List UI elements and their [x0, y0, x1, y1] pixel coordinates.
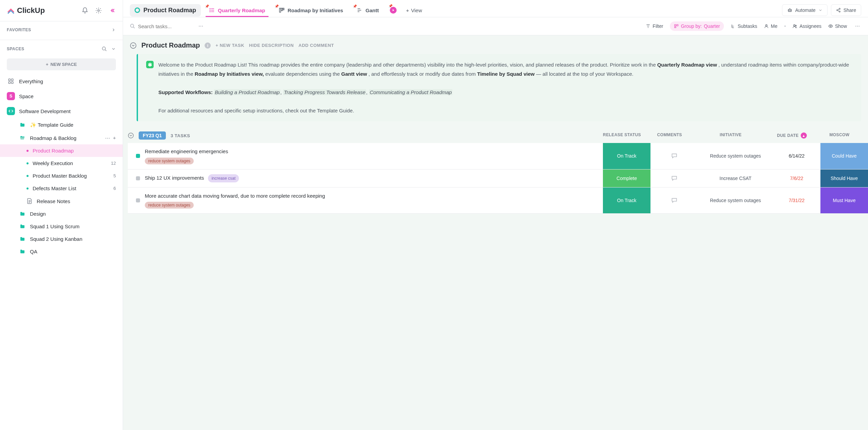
- workflow-link[interactable]: Tracking Progress Towards Release: [283, 89, 366, 95]
- new-space-button[interactable]: + NEW SPACE: [7, 58, 116, 70]
- search-icon[interactable]: [102, 46, 107, 52]
- list-description: ✱ Welcome to the Product Roadmap List! T…: [137, 54, 861, 121]
- sidebar-header: ClickUp: [0, 0, 123, 21]
- cell-due-date[interactable]: 7/6/22: [773, 169, 820, 187]
- sidebar-item-software-development[interactable]: Software Development: [0, 104, 123, 119]
- task-tag[interactable]: reduce system outages: [145, 158, 194, 164]
- group-badge[interactable]: FY23 Q1: [139, 131, 166, 140]
- bell-icon[interactable]: [81, 7, 89, 14]
- folder-squad2[interactable]: Squad 2 Using Kanban: [0, 233, 123, 245]
- list-product-roadmap[interactable]: Product Roadmap: [0, 144, 123, 157]
- more-icon[interactable]: ⋯: [197, 22, 205, 30]
- pin-icon: 📌: [388, 4, 393, 8]
- status-square-icon[interactable]: [136, 154, 140, 158]
- workflow-link[interactable]: Building a Product Roadmap: [214, 89, 280, 95]
- favorites-section-header[interactable]: FAVORITES: [0, 21, 123, 40]
- gear-icon[interactable]: [95, 7, 102, 14]
- more-icon[interactable]: ⋯: [854, 22, 861, 30]
- svg-point-6: [210, 8, 210, 9]
- cell-comments[interactable]: [650, 143, 698, 169]
- tab-roadmap-initiatives[interactable]: 📌 Roadmap by Initiatives: [273, 4, 348, 17]
- cell-moscow[interactable]: Could Have: [820, 143, 868, 169]
- search-input[interactable]: [138, 23, 192, 29]
- task-tag[interactable]: increase csat: [208, 174, 239, 182]
- more-icon[interactable]: ⋯: [105, 135, 110, 141]
- cell-release-status[interactable]: On Track: [603, 187, 650, 214]
- asterisk-icon: ✱: [146, 61, 154, 68]
- search-box[interactable]: [130, 23, 192, 29]
- cell-comments[interactable]: [650, 187, 698, 214]
- new-task-button[interactable]: + NEW TASK: [215, 43, 244, 48]
- chevron-circle-icon[interactable]: [128, 132, 134, 139]
- cell-initiative[interactable]: Reduce system outages: [698, 187, 773, 214]
- col-comments[interactable]: COMMENTS: [646, 132, 693, 139]
- collapse-sidebar-icon[interactable]: [108, 7, 116, 14]
- comment-icon: [671, 175, 678, 182]
- task-row[interactable]: Remediate engineering emergencies reduce…: [128, 143, 868, 169]
- plus-icon[interactable]: +: [113, 135, 116, 141]
- desc-text: , and effortlessly track or modify due d…: [368, 71, 477, 77]
- me-button[interactable]: Me: [764, 23, 777, 29]
- folder-design[interactable]: Design: [0, 208, 123, 220]
- svg-point-13: [789, 10, 789, 11]
- share-button[interactable]: Share: [831, 4, 861, 16]
- chevron-down-icon[interactable]: [111, 47, 116, 51]
- task-row[interactable]: Ship 12 UX improvements increase csat Co…: [128, 169, 868, 187]
- group-by-pill[interactable]: Group by: Quarter: [670, 21, 724, 31]
- svg-point-25: [830, 25, 831, 27]
- list-product-master-backlog[interactable]: Product Master Backlog 5: [0, 169, 123, 182]
- col-moscow[interactable]: MOSCOW: [816, 132, 863, 139]
- sidebar-item-everything[interactable]: Everything: [0, 74, 123, 89]
- doc-release-notes[interactable]: Release Notes: [0, 195, 123, 208]
- hide-description-button[interactable]: HIDE DESCRIPTION: [249, 43, 294, 48]
- assignees-button[interactable]: Assignees: [793, 23, 821, 29]
- tab-extra[interactable]: 📌: [387, 3, 399, 17]
- space-avatar-icon: S: [7, 92, 15, 100]
- cell-moscow[interactable]: Must Have: [820, 187, 868, 214]
- list-label: Defects Master List: [33, 185, 76, 191]
- status-square-icon[interactable]: [136, 176, 140, 180]
- workspace-chip[interactable]: Product Roadmap: [130, 4, 201, 17]
- cell-due-date[interactable]: 6/14/22: [773, 143, 820, 169]
- folder-squad1[interactable]: Squad 1 Using Scrum: [0, 220, 123, 233]
- col-release-status[interactable]: RELEASE STATUS: [598, 132, 646, 139]
- svg-rect-10: [281, 8, 283, 11]
- folder-qa[interactable]: QA: [0, 245, 123, 258]
- status-square-icon[interactable]: [136, 198, 140, 202]
- tab-quarterly-roadmap[interactable]: 📌 Quarterly Roadmap: [204, 4, 271, 17]
- automate-button[interactable]: Automate: [782, 4, 828, 16]
- folder-roadmap-backlog[interactable]: Roadmap & Backlog ⋯ +: [0, 131, 123, 144]
- subtasks-button[interactable]: Subtasks: [731, 23, 757, 29]
- chevron-circle-icon[interactable]: [130, 42, 137, 49]
- eye-icon: [828, 24, 833, 29]
- col-initiative[interactable]: INITIATIVE: [693, 132, 768, 139]
- task-tag[interactable]: reduce system outages: [145, 202, 194, 209]
- folder-icon: [19, 236, 26, 242]
- list-defects-master-list[interactable]: Defects Master List 6: [0, 182, 123, 195]
- show-button[interactable]: Show: [828, 23, 847, 29]
- tab-label: Quarterly Roadmap: [218, 7, 265, 13]
- group-value: Quarter: [704, 23, 720, 29]
- cell-due-date[interactable]: 7/31/22: [773, 187, 820, 214]
- tab-gantt[interactable]: 📌 Gantt: [351, 4, 384, 17]
- folder-template-guide[interactable]: ✨ Template Guide: [0, 119, 123, 131]
- cell-initiative[interactable]: Increase CSAT: [698, 169, 773, 187]
- workflow-link[interactable]: Communicating a Product Roadmap: [369, 89, 453, 95]
- cell-initiative[interactable]: Reduce system outages: [698, 143, 773, 169]
- svg-point-23: [794, 24, 795, 26]
- info-icon[interactable]: i: [205, 42, 211, 49]
- list-weekly-execution[interactable]: Weekly Execution 12: [0, 157, 123, 169]
- task-row[interactable]: More accurate chart data moving forward,…: [128, 187, 868, 214]
- svg-rect-3: [12, 79, 13, 80]
- cell-release-status[interactable]: Complete: [603, 169, 650, 187]
- add-view-button[interactable]: + View: [402, 5, 426, 16]
- sidebar-item-space[interactable]: S Space: [0, 89, 123, 104]
- filter-button[interactable]: Filter: [646, 23, 663, 29]
- col-due-date[interactable]: DUE DATE ▲: [768, 132, 816, 139]
- cell-moscow[interactable]: Should Have: [820, 169, 868, 187]
- cell-comments[interactable]: [650, 169, 698, 187]
- cell-release-status[interactable]: On Track: [603, 143, 650, 169]
- add-comment-button[interactable]: ADD COMMENT: [298, 43, 334, 48]
- app-logo[interactable]: ClickUp: [7, 6, 45, 15]
- person-icon: [764, 24, 769, 29]
